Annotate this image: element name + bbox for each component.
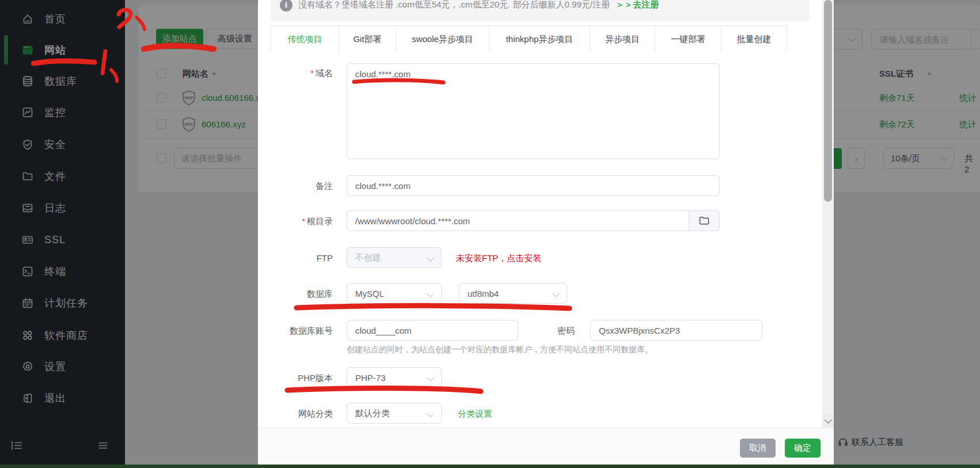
category-select[interactable]: 默认分类 — [347, 403, 442, 424]
chevron-down-icon — [427, 374, 434, 382]
domain-textarea[interactable]: cloud.****.com — [347, 63, 720, 159]
root-label: *根目录 — [258, 216, 333, 227]
chevron-down-icon — [427, 290, 434, 297]
info-icon: i — [280, 0, 293, 12]
tab-git[interactable]: Git部署 — [339, 25, 396, 52]
password-input[interactable]: Qsx3WPBjxnsCx2P3 — [590, 320, 762, 341]
password-value: Qsx3WPBjxnsCx2P3 — [599, 326, 680, 335]
db-account-value: cloud____com — [355, 326, 412, 335]
scroll-down-button[interactable] — [822, 413, 834, 428]
chevron-down-icon — [427, 410, 434, 417]
database-label: 数据库 — [258, 289, 333, 300]
domain-value: cloud.****.com — [355, 69, 411, 79]
php-version-value: PHP-73 — [355, 373, 386, 383]
database-engine-select[interactable]: MySQL — [347, 283, 442, 304]
scrollbar-thumb[interactable] — [824, 0, 832, 202]
tab-batch[interactable]: 批量创建 — [721, 25, 787, 52]
promo-text: 没有域名？堡塔域名注册 .com低至54元，.cm低至20元. 部分后缀新人0.… — [298, 0, 610, 10]
add-site-modal: i 没有域名？堡塔域名注册 .com低至54元，.cm低至20元. 部分后缀新人… — [258, 0, 834, 468]
modal-scrollbar — [822, 0, 834, 428]
password-label: 密码 — [500, 326, 575, 337]
php-label: PHP版本 — [258, 373, 333, 384]
ftp-warning[interactable]: 未安装FTP，点击安装 — [456, 253, 541, 264]
browse-folder-button[interactable] — [689, 210, 720, 231]
root-path-input[interactable]: /www/wwwroot/cloud.****.com — [347, 210, 689, 231]
remark-input[interactable]: cloud.****.com — [347, 175, 720, 196]
category-label: 网站分类 — [258, 409, 333, 420]
remark-label: 备注 — [258, 181, 333, 192]
confirm-button[interactable]: 确定 — [785, 439, 821, 458]
tab-traditional[interactable]: 传统项目 — [271, 25, 339, 52]
db-help-text: 创建站点的同时，为站点创建一个对应的数据库帐户，方便不同站点使用不同数据库。 — [347, 345, 653, 355]
tab-thinkphp[interactable]: thinkphp异步项目 — [489, 25, 590, 52]
modal-footer: 取消 确定 — [258, 428, 834, 468]
cancel-button[interactable]: 取消 — [740, 439, 776, 458]
ftp-select[interactable]: 不创建 — [347, 247, 442, 268]
tab-onekey[interactable]: 一键部署 — [655, 25, 721, 52]
domain-label: *域名 — [258, 68, 333, 79]
ftp-label: FTP — [258, 253, 333, 263]
chevron-down-icon — [552, 290, 560, 297]
register-domain-link[interactable]: ＞＞去注册 — [616, 0, 659, 10]
tab-swoole[interactable]: swoole异步项目 — [396, 25, 489, 52]
domain-promo-banner: i 没有域名？堡塔域名注册 .com低至54元，.cm低至20元. 部分后缀新人… — [271, 0, 810, 21]
tab-async[interactable]: 异步项目 — [590, 25, 655, 52]
db-engine-value: MySQL — [355, 289, 384, 299]
screen: 首页 网站 数据库 监控 安全 文件 日志 SSL — [0, 0, 980, 468]
chevron-down-icon — [427, 254, 434, 262]
ftp-value: 不创建 — [355, 252, 381, 263]
project-type-tabs: 传统项目 Git部署 swoole异步项目 thinkphp异步项目 异步项目 … — [271, 25, 787, 52]
db-account-input[interactable]: cloud____com — [347, 320, 518, 341]
root-path-value: /www/wwwroot/cloud.****.com — [355, 216, 470, 226]
db-account-label: 数据库账号 — [258, 326, 333, 337]
category-value: 默认分类 — [355, 408, 390, 419]
category-settings-link[interactable]: 分类设置 — [458, 409, 492, 420]
database-charset-select[interactable]: utf8mb4 — [459, 283, 567, 304]
php-version-select[interactable]: PHP-73 — [347, 367, 442, 388]
bottom-edge-strip — [0, 465, 980, 468]
remark-value: cloud.****.com — [355, 181, 411, 191]
db-charset-value: utf8mb4 — [468, 289, 499, 299]
